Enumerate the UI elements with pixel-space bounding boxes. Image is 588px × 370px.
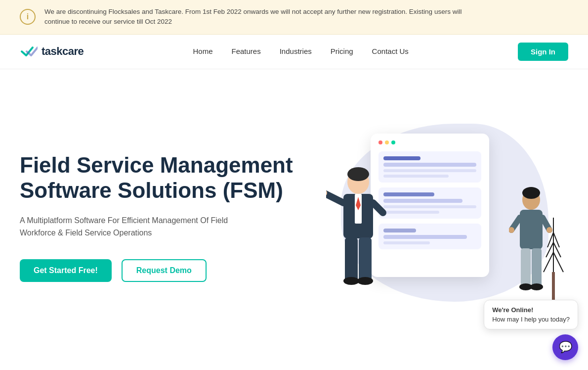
chat-online-label: We're Online!: [492, 306, 570, 314]
info-icon: i: [20, 9, 36, 25]
card-row-3: [378, 224, 481, 249]
dot-red: [378, 140, 382, 144]
logo-text: taskcare: [42, 45, 84, 58]
signin-button[interactable]: Sign In: [518, 43, 568, 61]
svg-rect-14: [520, 210, 543, 249]
svg-line-7: [373, 203, 383, 213]
card-accent-line: [383, 156, 420, 160]
svg-rect-19: [521, 248, 531, 288]
get-started-button[interactable]: Get Started Free!: [20, 259, 112, 282]
card-line-3: [383, 235, 467, 239]
card-row-2: [378, 187, 481, 219]
chat-icon: 💬: [559, 341, 572, 354]
request-demo-button[interactable]: Request Demo: [122, 259, 207, 282]
svg-point-1: [347, 167, 369, 181]
hero-subtitle: A Multiplatform Software For Efficient M…: [20, 214, 257, 239]
nav-industries[interactable]: Industries: [280, 47, 312, 55]
logo-icon: [20, 45, 38, 58]
hero-illustration: [311, 119, 568, 317]
svg-rect-9: [359, 237, 372, 282]
svg-point-18: [546, 227, 552, 233]
card-line-sm-1: [383, 169, 476, 172]
chat-open-button[interactable]: 💬: [552, 334, 578, 360]
nav-features[interactable]: Features: [232, 47, 261, 55]
nav-links: Home Features Industries Pricing Contact…: [193, 47, 408, 56]
svg-point-11: [357, 277, 373, 285]
card-line-sm-2: [383, 175, 449, 178]
dot-green: [391, 140, 395, 144]
nav-contact[interactable]: Contact Us: [372, 47, 409, 55]
svg-point-13: [522, 187, 540, 199]
svg-point-22: [530, 283, 543, 290]
card-line-sm-4: [383, 211, 439, 214]
card-line-sm-5: [383, 241, 430, 244]
dot-yellow: [385, 140, 389, 144]
chat-bubble: We're Online! How may I help you today?: [484, 300, 578, 329]
svg-line-5: [326, 193, 343, 203]
hero-buttons: Get Started Free! Request Demo: [20, 259, 296, 282]
card-accent-line-2: [383, 192, 434, 196]
card-row-1: [378, 151, 481, 183]
svg-rect-20: [532, 248, 542, 288]
card-top-bar: [378, 140, 481, 144]
logo[interactable]: taskcare: [20, 45, 84, 58]
navbar: taskcare Home Features Industries Pricin…: [0, 35, 588, 69]
svg-point-10: [343, 277, 359, 285]
person-right: [509, 183, 553, 312]
card-line-2: [383, 199, 462, 203]
hero-content: Field Service Management Software Soluti…: [20, 153, 296, 281]
chat-help-label: How may I help you today?: [492, 316, 570, 323]
person-left: [326, 163, 390, 312]
svg-rect-8: [345, 237, 358, 282]
announcement-banner: i We are discontinuing Flocksales and Ta…: [0, 0, 588, 35]
hero-title: Field Service Management Software Soluti…: [20, 153, 296, 203]
banner-text: We are discontinuing Flocksales and Task…: [44, 7, 462, 27]
nav-home[interactable]: Home: [193, 47, 212, 55]
card-line-1: [383, 163, 476, 167]
nav-pricing[interactable]: Pricing: [331, 47, 353, 55]
svg-line-25: [553, 252, 563, 272]
chat-widget: We're Online! How may I help you today? …: [484, 300, 578, 360]
card-line-sm-3: [383, 205, 476, 208]
